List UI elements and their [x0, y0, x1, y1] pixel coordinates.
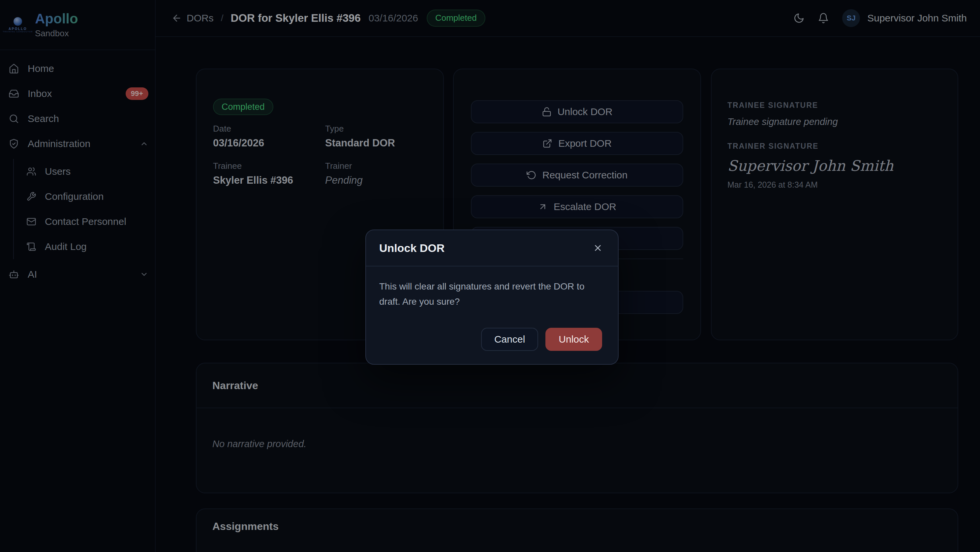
cancel-button[interactable]: Cancel — [481, 328, 538, 351]
modal-footer: Cancel Unlock — [481, 328, 602, 351]
app-root: APOLLO TRAINING CONDUCTOR Apollo Sandbox… — [0, 0, 980, 552]
modal-header: Unlock DOR — [366, 230, 618, 266]
close-icon — [593, 243, 603, 253]
modal-title: Unlock DOR — [379, 242, 591, 255]
modal-body-text: This will clear all signatures and rever… — [366, 266, 618, 322]
modal-close-button[interactable] — [591, 241, 605, 255]
unlock-confirm-button[interactable]: Unlock — [546, 328, 602, 351]
unlock-dor-modal: Unlock DOR This will clear all signature… — [365, 229, 619, 365]
